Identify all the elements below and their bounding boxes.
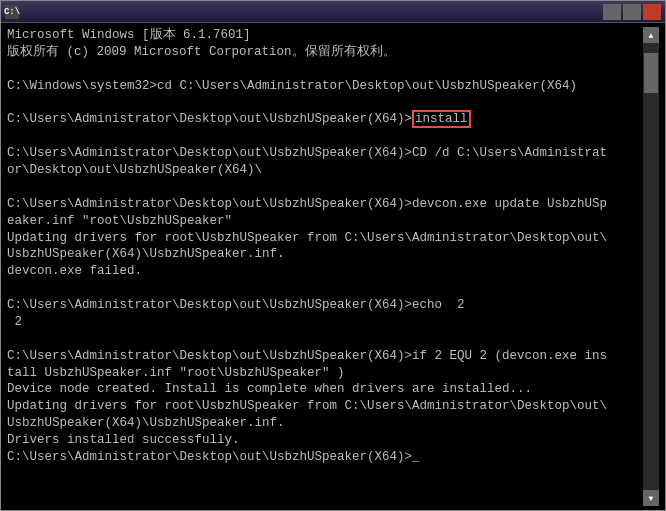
scroll-up-button[interactable]: ▲ bbox=[643, 27, 659, 43]
maximize-button[interactable] bbox=[623, 4, 641, 20]
minimize-button[interactable] bbox=[603, 4, 621, 20]
console-line: eaker.inf "root\UsbzhUSpeaker" bbox=[7, 214, 232, 228]
console-line: or\Desktop\out\UsbzhUSpeaker(X64)\ bbox=[7, 163, 262, 177]
console-line: Updating drivers for root\UsbzhUSpeaker … bbox=[7, 399, 607, 413]
console-line: UsbzhUSpeaker(X64)\UsbzhUSpeaker.inf. bbox=[7, 416, 285, 430]
cmd-window: C:\ Microsoft Windows [版本 6.1.7601] 版权所有… bbox=[0, 0, 666, 511]
title-bar-left: C:\ bbox=[5, 5, 23, 19]
console-line: C:\Windows\system32>cd C:\Users\Administ… bbox=[7, 79, 577, 93]
close-button[interactable] bbox=[643, 4, 661, 20]
console-line: devcon.exe failed. bbox=[7, 264, 142, 278]
window-controls bbox=[603, 4, 661, 20]
console-line: tall UsbzhUSpeaker.inf "root\UsbzhUSpeak… bbox=[7, 366, 345, 380]
cmd-icon: C:\ bbox=[5, 5, 19, 19]
console-line: C:\Users\Administrator\Desktop\out\Usbzh… bbox=[7, 146, 607, 160]
console-line: Device node created. Install is complete… bbox=[7, 382, 532, 396]
scrollbar-thumb[interactable] bbox=[644, 53, 658, 93]
scroll-down-button[interactable]: ▼ bbox=[643, 490, 659, 506]
console-line: Microsoft Windows [版本 6.1.7601] bbox=[7, 28, 251, 42]
console-line: 版权所有 (c) 2009 Microsoft Corporation。保留所有… bbox=[7, 45, 396, 59]
console-output: Microsoft Windows [版本 6.1.7601] 版权所有 (c)… bbox=[7, 27, 643, 506]
title-bar: C:\ bbox=[1, 1, 665, 23]
console-line: C:\Users\Administrator\Desktop\out\Usbzh… bbox=[7, 197, 607, 211]
console-prompt: C:\Users\Administrator\Desktop\out\Usbzh… bbox=[7, 112, 412, 126]
console-line: 2 bbox=[7, 315, 22, 329]
install-command-highlight: install bbox=[412, 110, 471, 128]
console-line: UsbzhUSpeaker(X64)\UsbzhUSpeaker.inf. bbox=[7, 247, 285, 261]
console-line: Drivers installed successfully. bbox=[7, 433, 240, 447]
console-area[interactable]: Microsoft Windows [版本 6.1.7601] 版权所有 (c)… bbox=[1, 23, 665, 510]
scrollbar-track[interactable] bbox=[643, 43, 659, 490]
console-line: C:\Users\Administrator\Desktop\out\Usbzh… bbox=[7, 349, 607, 363]
scrollbar[interactable]: ▲ ▼ bbox=[643, 27, 659, 506]
console-line: Updating drivers for root\UsbzhUSpeaker … bbox=[7, 231, 607, 245]
console-line: C:\Users\Administrator\Desktop\out\Usbzh… bbox=[7, 450, 420, 464]
console-line: C:\Users\Administrator\Desktop\out\Usbzh… bbox=[7, 298, 465, 312]
